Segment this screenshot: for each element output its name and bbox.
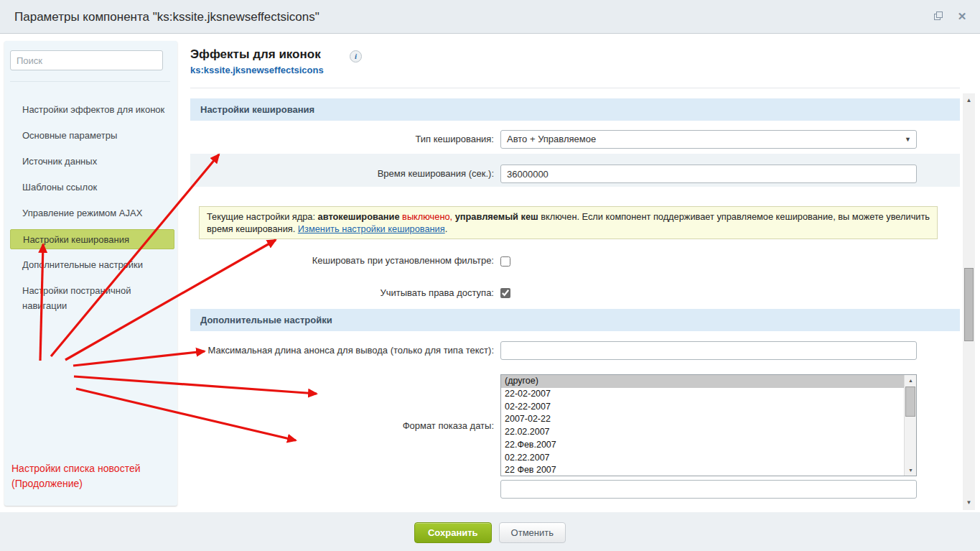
date-format-option[interactable]: 02.22.2007 (501, 452, 916, 465)
sidebar-divider (10, 81, 170, 82)
red-annotation-text: Настройки списка новостей (Продолжение) (11, 461, 173, 491)
notice-bold-managed-cache: управляемый кеш (455, 211, 538, 222)
listbox-scrollbar[interactable]: ▲ ▼ (904, 375, 916, 476)
annotation-line1: Настройки списка новостей (11, 461, 173, 476)
close-icon[interactable]: ✕ (956, 10, 968, 23)
chevron-down-icon: ▼ (905, 131, 911, 149)
info-icon[interactable]: i (350, 50, 362, 62)
cache-type-value: Авто + Управляемое (507, 134, 596, 144)
scroll-up-icon[interactable]: ▲ (963, 95, 975, 106)
access-rights-label: Учитывать права доступа: (199, 287, 494, 298)
max-length-label: Максимальная длина анонса для вывода (то… (199, 345, 494, 356)
notice-status-off: выключено, (400, 211, 455, 222)
restore-window-icon[interactable] (934, 11, 943, 20)
sidebar-item-caching[interactable]: Настройки кеширования (10, 229, 174, 249)
cache-filter-checkbox[interactable] (500, 256, 510, 267)
kernel-settings-notice: Текущие настройки ядра: автокеширование … (199, 206, 938, 239)
notice-bold-autocache: автокеширование (318, 211, 400, 222)
cache-type-label: Тип кеширования: (199, 134, 494, 144)
settings-sidebar: Настройки эффектов для иконок Основные п… (4, 41, 177, 506)
access-rights-checkbox[interactable] (500, 288, 510, 298)
date-format-option[interactable]: 22.02.2007 (501, 426, 916, 439)
cache-time-input[interactable] (500, 165, 917, 183)
date-format-option[interactable]: 2007-02-22 (501, 413, 916, 426)
dialog-titlebar: Параметры компонента "ks:kssite.jksnewse… (0, 0, 980, 34)
form-scrollbar[interactable]: ▲ ▼ (963, 93, 975, 510)
change-cache-settings-link[interactable]: Изменить настройки кеширования (298, 223, 445, 234)
cache-time-label: Время кеширования (сек.): (199, 168, 494, 179)
cache-type-select[interactable]: Авто + Управляемое ▼ (500, 130, 917, 149)
page-title: Эффекты для иконок (190, 47, 321, 62)
component-parameters-dialog: Параметры компонента "ks:kssite.jksnewse… (0, 0, 980, 551)
scroll-down-icon[interactable]: ▼ (963, 497, 975, 509)
section-header-additional: Дополнительные настройки (190, 309, 960, 331)
sidebar-item-effects[interactable]: Настройки эффектов для иконок (10, 100, 174, 120)
scroll-up-icon[interactable]: ▲ (905, 375, 917, 386)
dialog-footer: Сохранить Отменить (0, 512, 980, 551)
sidebar-item-ajax[interactable]: Управление режимом AJAX (10, 203, 174, 223)
search-input[interactable] (10, 50, 163, 70)
date-format-option[interactable]: 22 Фев 2007 (501, 464, 916, 476)
cancel-button[interactable]: Отменить (499, 522, 566, 543)
sidebar-item-pagination[interactable]: Настройки постраничной навигации (10, 281, 174, 312)
annotation-line2: (Продолжение) (11, 476, 173, 491)
date-format-custom-input[interactable] (500, 480, 917, 499)
form-scrollbar-thumb[interactable] (964, 268, 974, 341)
cache-filter-label: Кешировать при установленном фильтре: (199, 255, 494, 266)
notice-text: Текущие настройки ядра: (207, 211, 318, 222)
dialog-title: Параметры компонента "ks:kssite.jksnewse… (14, 0, 319, 34)
date-format-listbox[interactable]: (другое) 22-02-2007 02-22-2007 2007-02-2… (500, 374, 917, 476)
sidebar-item-additional[interactable]: Дополнительные настройки (10, 255, 174, 275)
max-length-input[interactable] (500, 341, 917, 360)
header-divider (190, 88, 960, 88)
notice-suffix: . (445, 223, 448, 234)
sidebar-item-data-source[interactable]: Источник данных (10, 152, 174, 172)
sidebar-item-link-templates[interactable]: Шаблоны ссылок (10, 177, 174, 198)
date-format-option[interactable]: (другое) (501, 375, 916, 388)
settings-form: Настройки кеширования Тип кеширования: А… (190, 93, 960, 505)
scroll-down-icon[interactable]: ▼ (905, 465, 917, 476)
save-button[interactable]: Сохранить (414, 522, 492, 543)
restore-front-square (936, 11, 943, 18)
section-header-caching: Настройки кеширования (190, 98, 960, 121)
sidebar-item-main-params[interactable]: Основные параметры (10, 126, 174, 146)
date-format-option[interactable]: 22.Фев.2007 (501, 439, 916, 452)
date-format-label: Формат показа даты: (199, 420, 494, 431)
component-code[interactable]: ks:kssite.jksnewseffectsicons (190, 65, 324, 75)
date-format-option[interactable]: 02-22-2007 (501, 401, 916, 414)
date-format-option[interactable]: 22-02-2007 (501, 388, 916, 401)
listbox-scrollbar-thumb[interactable] (905, 386, 915, 417)
